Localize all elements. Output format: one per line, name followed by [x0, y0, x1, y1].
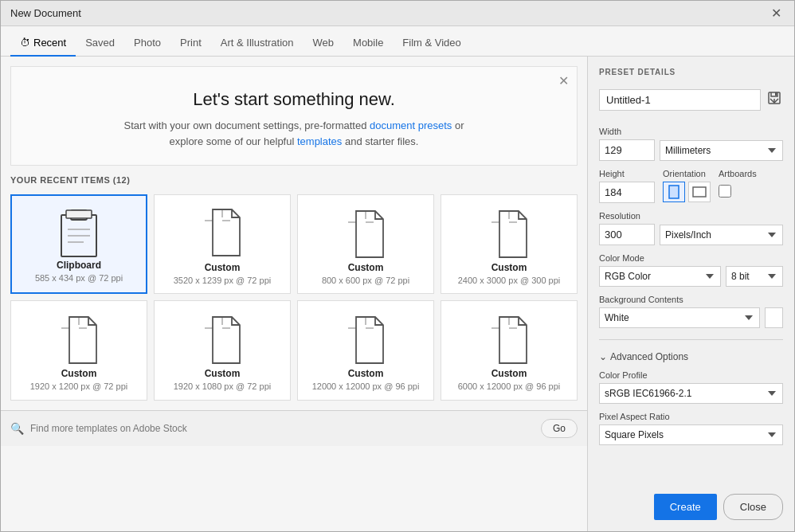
width-input[interactable] — [599, 139, 655, 161]
right-panel: PRESET DETAILS Width — [587, 57, 794, 531]
tab-film[interactable]: Film & Video — [393, 30, 470, 57]
color-mode-select[interactable]: RGB Color Bitmap Grayscale CMYK Color La… — [599, 266, 721, 287]
document-icon — [484, 205, 535, 262]
close-button[interactable]: Close — [723, 494, 783, 520]
welcome-text: Start with your own document settings, p… — [27, 118, 561, 149]
title-bar: New Document ✕ — [1, 1, 794, 26]
preset-section-label: PRESET DETAILS — [599, 68, 783, 76]
color-mode-field-group: Color Mode RGB Color Bitmap Grayscale CM… — [599, 253, 783, 287]
templates-link[interactable]: templates — [297, 135, 342, 147]
list-item[interactable]: Custom 3520 x 1239 px @ 72 ppi — [154, 194, 291, 294]
item-desc: 585 x 434 px @ 72 ppi — [35, 272, 123, 284]
list-item[interactable]: Custom 6000 x 12000 px @ 96 ppi — [441, 300, 578, 400]
title-close-button[interactable]: ✕ — [768, 6, 785, 22]
item-name: Custom — [491, 262, 527, 273]
advanced-options-toggle[interactable]: ⌄ Advanced Options — [599, 351, 783, 362]
bit-depth-select[interactable]: 8 bit 16 bit 32 bit — [726, 266, 783, 287]
color-mode-row: RGB Color Bitmap Grayscale CMYK Color La… — [599, 266, 783, 287]
landscape-icon — [692, 186, 707, 198]
main-area: ✕ Let's start something new. Start with … — [1, 57, 794, 531]
background-field-group: Background Contents White Black Backgrou… — [599, 295, 783, 328]
item-desc: 3520 x 1239 px @ 72 ppi — [174, 275, 271, 287]
document-icon — [197, 205, 248, 262]
svg-rect-31 — [693, 187, 706, 197]
tab-print[interactable]: Print — [170, 30, 211, 57]
bg-row: White Black Background Color Transparent… — [599, 307, 783, 328]
dialog-title: New Document — [10, 7, 81, 19]
resolution-unit-select[interactable]: Pixels/Inch Pixels/Centimeter — [660, 225, 783, 245]
color-profile-select[interactable]: sRGB IEC61966-2.1 Adobe RGB (1998) ProPh… — [599, 383, 783, 404]
resolution-input[interactable] — [599, 224, 655, 245]
height-field-group: Height — [599, 169, 655, 203]
tab-web[interactable]: Web — [304, 30, 344, 57]
tab-photo[interactable]: Photo — [124, 30, 170, 57]
resolution-row: Pixels/Inch Pixels/Centimeter — [599, 224, 783, 245]
item-name: Clipboard — [57, 260, 101, 271]
search-bar: 🔍 Go — [1, 410, 587, 446]
recent-header: YOUR RECENT ITEMS (12) — [10, 175, 578, 185]
go-button[interactable]: Go — [541, 419, 578, 438]
item-desc: 12000 x 12000 px @ 96 ppi — [312, 381, 420, 393]
item-name: Custom — [205, 262, 241, 273]
list-item[interactable]: Custom 1920 x 1200 px @ 72 ppi — [10, 300, 147, 400]
svg-rect-28 — [775, 92, 777, 96]
section-divider — [599, 339, 783, 340]
list-item[interactable]: Custom 12000 x 12000 px @ 96 ppi — [297, 300, 434, 400]
recent-section: YOUR RECENT ITEMS (12) Clipboard — [1, 175, 587, 410]
document-presets-link[interactable]: document presets — [370, 119, 452, 131]
color-profile-field-group: Color Profile sRGB IEC61966-2.1 Adobe RG… — [599, 370, 783, 404]
search-icon: 🔍 — [10, 422, 24, 435]
item-name: Custom — [491, 368, 527, 379]
height-input[interactable] — [599, 182, 655, 203]
clock-icon: ⏱ — [20, 37, 30, 49]
tab-saved[interactable]: Saved — [76, 30, 124, 57]
document-icon — [340, 205, 391, 262]
document-icon — [340, 311, 391, 368]
list-item[interactable]: Custom 1920 x 1080 px @ 72 ppi — [154, 300, 291, 400]
create-button[interactable]: Create — [654, 494, 717, 520]
preset-name-row — [599, 89, 783, 111]
pixel-ratio-select[interactable]: Square Pixels D1/DV NTSC (0.91) D1/DV PA… — [599, 424, 783, 445]
height-orient-row: Height Orientation — [599, 169, 783, 203]
search-input[interactable] — [30, 423, 535, 434]
resolution-field-group: Resolution Pixels/Inch Pixels/Centimeter — [599, 211, 783, 245]
landscape-button[interactable] — [688, 182, 711, 202]
item-desc: 2400 x 3000 px @ 300 ppi — [458, 275, 561, 287]
list-item[interactable]: Custom 800 x 600 px @ 72 ppi — [297, 194, 434, 294]
document-icon — [197, 311, 248, 368]
width-field-group: Width Millimeters Pixels Inches Centimet… — [599, 127, 783, 161]
item-name: Custom — [205, 368, 241, 379]
item-name: Custom — [348, 368, 384, 379]
portrait-button[interactable] — [663, 182, 685, 202]
preset-name-input[interactable] — [599, 89, 761, 111]
resolution-label: Resolution — [599, 211, 783, 221]
tab-mobile[interactable]: Mobile — [343, 30, 393, 57]
width-row: Millimeters Pixels Inches Centimeters Po… — [599, 139, 783, 161]
items-grid: Clipboard 585 x 434 px @ 72 ppi Custom — [10, 194, 578, 401]
tab-recent[interactable]: ⏱Recent — [10, 30, 76, 57]
item-desc: 1920 x 1200 px @ 72 ppi — [30, 381, 127, 393]
portrait-icon — [668, 185, 679, 199]
clipboard-icon — [55, 205, 103, 260]
document-icon — [53, 311, 104, 368]
color-mode-label: Color Mode — [599, 253, 783, 263]
item-name: Custom — [348, 262, 384, 273]
banner-close-button[interactable]: ✕ — [558, 73, 569, 88]
artboards-checkbox[interactable] — [719, 185, 731, 198]
orientation-label: Orientation — [663, 169, 711, 178]
pixel-ratio-label: Pixel Aspect Ratio — [599, 412, 783, 421]
bottom-buttons: Create Close — [599, 487, 783, 520]
pixel-ratio-field-group: Pixel Aspect Ratio Square Pixels D1/DV N… — [599, 412, 783, 445]
chevron-down-icon: ⌄ — [599, 351, 607, 362]
save-preset-button[interactable] — [766, 89, 783, 111]
bg-color-swatch[interactable] — [765, 307, 783, 328]
item-desc: 1920 x 1080 px @ 72 ppi — [174, 381, 271, 393]
list-item[interactable]: Custom 2400 x 3000 px @ 300 ppi — [441, 194, 578, 294]
svg-rect-2 — [66, 210, 92, 218]
list-item[interactable]: Clipboard 585 x 434 px @ 72 ppi — [10, 194, 147, 294]
bg-contents-select[interactable]: White Black Background Color Transparent… — [599, 307, 760, 328]
tabs-bar: ⏱Recent Saved Photo Print Art & Illustra… — [1, 26, 794, 57]
tab-art[interactable]: Art & Illustration — [211, 30, 304, 57]
save-icon — [767, 91, 781, 105]
width-unit-select[interactable]: Millimeters Pixels Inches Centimeters Po… — [660, 140, 783, 161]
